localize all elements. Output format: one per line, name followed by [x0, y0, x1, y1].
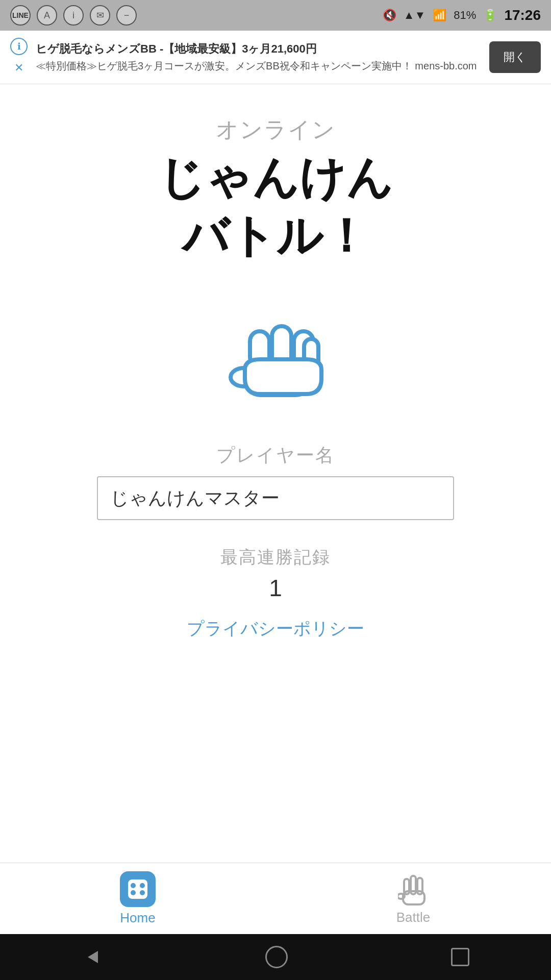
home-nav-label: Home	[120, 910, 155, 926]
ad-title: ヒゲ脱毛ならメンズBB -【地域最安級】3ヶ月21,600円	[36, 41, 481, 57]
privacy-policy-link[interactable]: プライバシーポリシー	[187, 617, 364, 641]
ad-text-container: ヒゲ脱毛ならメンズBB -【地域最安級】3ヶ月21,600円 ≪特別価格≫ヒゲ脱…	[36, 41, 481, 73]
android-back-button[interactable]	[82, 947, 102, 967]
nav-item-battle[interactable]: Battle	[276, 863, 551, 934]
player-name-input[interactable]	[97, 476, 454, 520]
status-bar-right: 🔇 ▲▼ 📶 81% 🔋 17:26	[383, 7, 541, 23]
ad-open-button[interactable]: 開く	[489, 41, 541, 73]
battle-hand-icon	[398, 872, 429, 906]
svg-point-18	[398, 894, 405, 899]
ad-banner: ℹ ✕ ヒゲ脱毛ならメンズBB -【地域最安級】3ヶ月21,600円 ≪特別価格…	[0, 31, 551, 84]
fist-icon	[219, 303, 332, 407]
battle-nav-label: Battle	[396, 910, 431, 925]
ad-info-icon: ℹ	[10, 38, 28, 55]
record-label: 最高連勝記録	[220, 546, 331, 569]
android-recents-button[interactable]	[451, 948, 469, 966]
status-bar: LINE A i ✉ − 🔇 ▲▼ 📶 81% 🔋 17:26	[0, 0, 551, 31]
app-title-line2: バトル！	[182, 205, 369, 267]
home-icon	[120, 871, 156, 907]
info-icon: i	[63, 5, 84, 26]
app-title-line1: じゃんけん	[158, 150, 393, 205]
ad-info-icons: ℹ ✕	[10, 38, 28, 77]
record-value: 1	[269, 574, 282, 602]
minus-icon: −	[116, 5, 137, 26]
svg-point-10	[131, 883, 136, 888]
line-icon: LINE	[10, 5, 31, 26]
nav-item-home[interactable]: Home	[0, 863, 276, 934]
android-home-button[interactable]	[265, 946, 288, 968]
signal-icon: 📶	[433, 9, 446, 22]
wifi-icon: ▲▼	[404, 9, 426, 22]
svg-point-13	[140, 890, 145, 895]
battery-percent: 81%	[454, 9, 476, 22]
ad-description: ≪特別価格≫ヒゲ脱毛3ヶ月コースが激安。メンズBB祝令和キャンペーン実施中！ m…	[36, 59, 481, 73]
autocomplete-icon: A	[37, 5, 57, 26]
status-time: 17:26	[504, 7, 541, 23]
svg-point-12	[131, 890, 136, 895]
svg-point-11	[140, 883, 145, 888]
ad-close-icon[interactable]: ✕	[10, 59, 28, 77]
android-nav-bar	[0, 934, 551, 980]
player-name-label: プレイヤー名	[216, 443, 335, 468]
bottom-nav: Home Battle	[0, 863, 551, 934]
app-subtitle: オンライン	[216, 115, 336, 145]
main-content: オンライン じゃんけん バトル！ プレイヤー名 最高連勝	[0, 84, 551, 863]
mute-icon: 🔇	[383, 9, 396, 22]
svg-marker-19	[88, 951, 98, 963]
status-bar-left: LINE A i ✉ −	[10, 5, 137, 26]
mail-icon: ✉	[90, 5, 110, 26]
svg-rect-9	[128, 879, 147, 899]
battery-icon: 🔋	[483, 9, 497, 22]
